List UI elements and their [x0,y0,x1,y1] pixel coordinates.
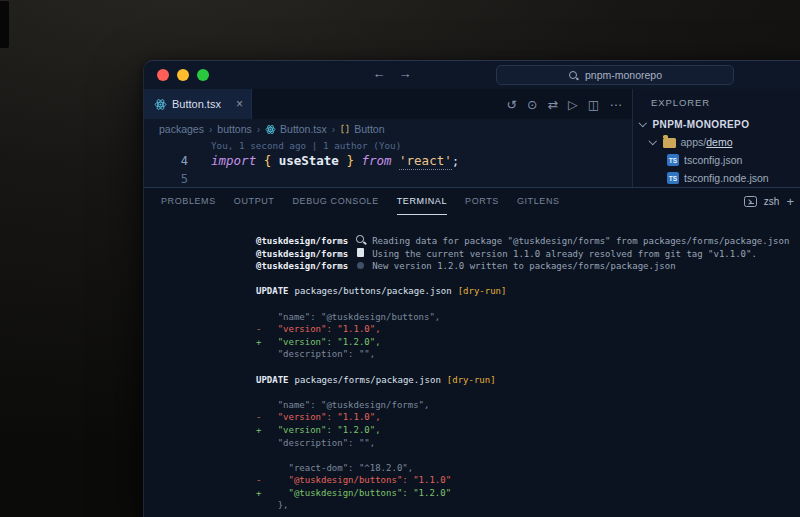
chevron-down-icon [649,137,657,145]
breadcrumb-item-file[interactable]: Button.tsx [265,123,327,135]
terminal-diff-text: - "@tuskdesign/buttons": "1.1.0" [256,475,451,485]
command-center-text: pnpm-monorepo [585,69,662,81]
terminal-package-label: @tuskdesign/forms [256,249,348,259]
code-token-semicolon: ; [452,153,460,168]
tab-debug-console[interactable]: DEBUG CONSOLE [292,188,378,215]
tab-ports[interactable]: PORTS [465,188,499,215]
typescript-icon: TS [667,172,679,184]
symbol-class-icon [340,124,350,134]
chevron-right-icon: › [332,124,335,135]
breadcrumb-item-buttons[interactable]: buttons [217,123,251,135]
nav-back-button[interactable]: ← [370,66,388,81]
terminal-dry-run-flag: [dry-run] [447,375,496,385]
code-editor[interactable]: You, 1 second ago | 1 author (You) 4 imp… [144,139,632,187]
terminal-line: + "version": "1.2.0", [256,424,800,437]
more-actions-icon[interactable]: ⋯ [610,97,623,112]
folder-path-label: apps/demo [681,136,733,148]
react-icon [265,124,276,135]
timeline-history-icon[interactable]: ↺ [507,97,517,112]
terminal-line: "description": "", [256,348,800,361]
file-label: tsconfig.node.json [684,172,769,184]
terminal-line [256,386,800,399]
terminal-diff-text: }, [256,500,289,510]
terminal-diff-text: + "version": "1.2.0", [256,425,381,435]
terminal-diff-text: "name": "@tuskdesign/buttons", [256,312,440,322]
folder-segment-apps[interactable]: apps [681,136,704,148]
terminal-shell-icon [744,196,757,207]
code-token-import: import [211,153,256,168]
terminal-message: Reading data for package "@tuskdesign/fo… [372,236,789,246]
terminal[interactable]: @tuskdesign/formsReading data for packag… [144,215,800,517]
explorer-root-pnpm-monorepo[interactable]: PNPM-MONOREPO [633,115,800,133]
code-line: import{useState}from'react'; [211,152,459,170]
terminal-line: "name": "@tuskdesign/forms", [256,399,800,412]
terminal-line [256,449,800,462]
open-changes-icon[interactable]: ⇄ [548,97,558,112]
explorer-root-label: PNPM-MONOREPO [653,119,750,130]
terminal-package-label: @tuskdesign/forms [256,261,348,271]
terminal-message: New version 1.2.0 written to packages/fo… [372,261,675,271]
tab-output[interactable]: OUTPUT [234,188,275,215]
minimize-window-button[interactable] [177,69,189,81]
react-icon [154,98,167,111]
tree-item-tsconfig-json[interactable]: TS tsconfig.json [633,151,800,169]
terminal-line: @tuskdesign/formsNew version 1.2.0 writt… [256,260,800,273]
terminal-update-label: UPDATE [256,375,289,385]
terminal-controls: zsh + [744,188,794,215]
shell-name[interactable]: zsh [764,196,780,207]
terminal-line: + "@tuskdesign/buttons": "1.2.0" [256,487,800,500]
terminal-file-path: packages/forms/package.json [295,375,441,385]
explorer-title: EXPLORER [651,97,710,108]
new-terminal-button[interactable]: + [786,194,794,209]
explorer-header: EXPLORER [633,89,800,115]
terminal-line: @tuskdesign/formsReading data for packag… [256,235,800,248]
terminal-update-label: UPDATE [256,286,289,296]
tab-gitlens[interactable]: GITLENS [517,188,560,215]
git-blame-annotation[interactable]: You, 1 second ago | 1 author (You) [211,140,401,151]
tab-problems[interactable]: PROBLEMS [161,188,216,215]
terminal-status-icon [354,260,367,270]
terminal-diff-text: "react-dom": "^18.2.0", [256,463,413,473]
terminal-diff-text: "name": "@tuskdesign/forms", [256,400,429,410]
breadcrumb-symbol-label: Button [354,123,384,135]
terminal-diff-text: + "version": "1.2.0", [256,337,381,347]
terminal-diff-text: + "@tuskdesign/buttons": "1.2.0" [256,488,451,498]
panel-header: PROBLEMS OUTPUT DEBUG CONSOLE TERMINAL P… [144,188,800,215]
terminal-line: "description": "", [256,437,800,450]
terminal-package-label: @tuskdesign/forms [256,236,348,246]
terminal-line: "name": "@tuskdesign/buttons", [256,311,800,324]
command-center[interactable]: pnpm-monorepo [496,65,734,85]
tab-close-icon[interactable]: × [236,98,243,110]
terminal-line: @tuskdesign/formsUsing the current versi… [256,248,800,261]
bottom-panel: PROBLEMS OUTPUT DEBUG CONSOLE TERMINAL P… [144,187,800,517]
gitlens-compare-icon[interactable]: ⊙ [527,97,537,112]
desktop: ← → pnpm-monorepo [0,0,800,517]
tab-terminal[interactable]: TERMINAL [397,188,447,215]
titlebar: ← → pnpm-monorepo [144,61,800,89]
tab-button-tsx[interactable]: Button.tsx × [144,89,252,119]
folder-segment-demo[interactable]: demo [706,136,732,148]
breadcrumb-item-packages[interactable]: packages [159,123,204,135]
close-window-button[interactable] [157,69,169,81]
code-token-string: 'react' [399,153,452,170]
split-editor-icon[interactable]: ◫ [588,97,600,112]
tree-item-apps-demo[interactable]: apps/demo [633,133,800,151]
terminal-message: Using the current version 1.1.0 already … [372,249,757,259]
terminal-line: }, [256,499,800,512]
run-file-icon[interactable]: ▷ [568,97,578,112]
nav-forward-button[interactable]: → [396,66,414,81]
zoom-window-button[interactable] [197,69,209,81]
editor-column: Button.tsx × ↺ ⊙ ⇄ ▷ ◫ ⋯ packages › [144,89,632,187]
tab-bar: Button.tsx × ↺ ⊙ ⇄ ▷ ◫ ⋯ [144,89,632,119]
terminal-dry-run-flag: [dry-run] [458,286,507,296]
terminal-file-path: packages/buttons/package.json [295,286,452,296]
terminal-line: UPDATEpackages/buttons/package.json[dry-… [256,285,800,298]
terminal-line: - "version": "1.1.0", [256,323,800,336]
tree-item-tsconfig-node-json[interactable]: TS tsconfig.node.json [633,169,800,187]
tab-label: Button.tsx [172,98,221,110]
terminal-line: "react-dom": "^18.2.0", [256,462,800,475]
terminal-line: - "version": "1.1.0", [256,411,800,424]
breadcrumb: packages › buttons › Button.tsx [144,119,632,139]
breadcrumb-item-symbol[interactable]: Button [340,123,384,135]
chevron-right-icon: › [209,124,212,135]
